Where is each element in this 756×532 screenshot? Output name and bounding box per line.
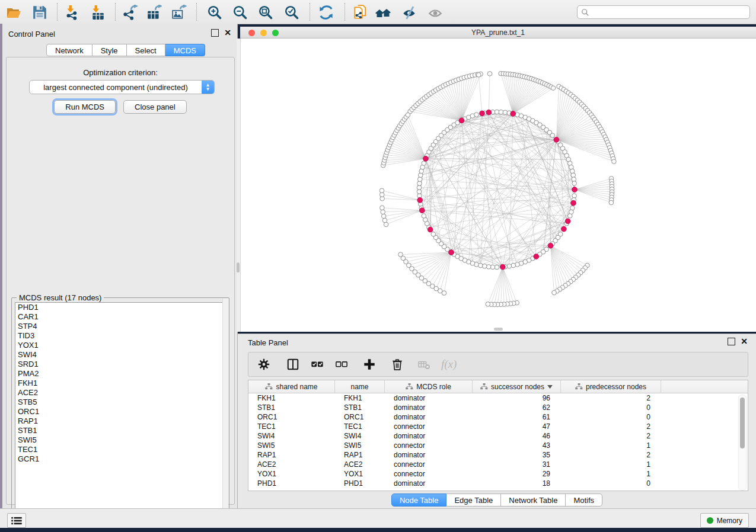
result-node-item[interactable]: TEC1 (15, 445, 224, 454)
result-node-item[interactable]: CAR1 (15, 312, 224, 322)
tab-network[interactable]: Network (46, 44, 92, 56)
mcds-result-group: MCDS result (17 nodes) PHD1CAR1STP4TID3Y… (11, 297, 229, 523)
cell-successor_nodes: 31 (473, 460, 561, 469)
cell-successor_nodes: 29 (473, 470, 561, 478)
close-panel-icon[interactable]: ✕ (224, 30, 231, 36)
table-tab-motifs[interactable]: Motifs (566, 493, 602, 507)
table-row[interactable]: PHD1PHD1dominator180 (248, 479, 748, 488)
table-row[interactable]: STB1STB1dominator620 (248, 403, 748, 412)
hide-panels-eye-button[interactable] (401, 4, 417, 20)
cell-predecessor_nodes: 2 (561, 432, 661, 440)
column-header-predecessor-nodes[interactable]: predecessor nodes (561, 380, 661, 393)
result-node-item[interactable]: STB1 (15, 426, 224, 435)
float-panel-icon[interactable] (211, 29, 219, 37)
optimization-criterion-select[interactable]: largest connected component (undirected)… (29, 80, 215, 94)
cell-mcds_role: connector (385, 470, 473, 478)
table-row[interactable]: RAP1RAP1dominator352 (248, 450, 748, 460)
cell-predecessor_nodes: 1 (561, 441, 661, 450)
result-node-item[interactable]: FKH1 (15, 379, 224, 388)
search-input[interactable] (589, 8, 749, 17)
main-toolbar (0, 0, 756, 24)
network-window-titlebar: YPA_prune.txt_1 (240, 27, 756, 39)
control-panel: Control Panel ✕ NetworkStyleSelectMCDS O… (2, 24, 238, 508)
table-row[interactable]: YOX1YOX1connector291 (248, 469, 748, 479)
table-options-button[interactable] (257, 357, 271, 371)
search-box[interactable] (577, 5, 750, 19)
network-vscrollbar[interactable] (237, 39, 241, 332)
select-all-button[interactable] (310, 357, 324, 371)
export-network-button[interactable] (122, 4, 138, 20)
zoom-out-button[interactable] (232, 4, 248, 20)
cell-shared_name: SWI4 (248, 432, 335, 440)
result-node-item[interactable]: YOX1 (15, 341, 224, 350)
cell-successor_nodes: 47 (473, 422, 561, 431)
run-mcds-button[interactable]: Run MCDS (54, 100, 116, 114)
table-vscrollbar-thumb[interactable] (740, 398, 745, 448)
open-file-button[interactable] (5, 4, 21, 20)
cell-shared_name: TEC1 (248, 422, 335, 431)
network-graph[interactable] (240, 39, 756, 332)
result-node-item[interactable]: STP4 (15, 322, 224, 331)
network-vscrollbar-thumb[interactable] (237, 262, 240, 273)
result-node-item[interactable]: STB5 (15, 398, 224, 407)
result-node-item[interactable]: ACE2 (15, 388, 224, 398)
result-node-item[interactable]: SWI5 (15, 435, 224, 445)
toolbar-separator (115, 3, 116, 21)
table-tab-node-table[interactable]: Node Table (391, 493, 447, 507)
result-node-item[interactable]: RAP1 (15, 416, 224, 426)
result-node-item[interactable]: ORC1 (15, 407, 224, 416)
show-column-button[interactable] (286, 357, 300, 371)
show-all-networks-button[interactable] (375, 4, 391, 20)
delete-column-button[interactable] (390, 357, 404, 371)
table-row[interactable]: SWI4SWI4dominator462 (248, 431, 748, 441)
memory-button[interactable]: Memory (700, 513, 749, 528)
result-list-scrollbar[interactable] (222, 299, 228, 512)
close-table-panel-icon[interactable]: ✕ (741, 338, 748, 345)
save-session-button[interactable] (31, 4, 47, 20)
network-hscrollbar-thumb[interactable] (494, 328, 503, 331)
node-table[interactable]: shared namenameMCDS rolesuccessor nodesp… (248, 380, 748, 491)
table-tab-edge-table[interactable]: Edge Table (446, 493, 501, 507)
column-header-MCDS-role[interactable]: MCDS role (385, 380, 473, 393)
cell-name: RAP1 (335, 451, 385, 459)
tab-mcds[interactable]: MCDS (165, 44, 205, 56)
show-panels-eye-button[interactable] (427, 4, 443, 20)
mcds-result-list[interactable]: PHD1CAR1STP4TID3YOX1SWI4SRD1PMA2FKH1ACE2… (15, 302, 225, 517)
table-tab-network-table[interactable]: Network Table (501, 493, 566, 507)
export-table-button[interactable] (146, 4, 162, 20)
column-header-name[interactable]: name (335, 380, 385, 393)
result-node-item[interactable]: PHD1 (15, 303, 224, 312)
task-history-button[interactable] (7, 513, 26, 528)
table-tab-bar: Node TableEdge TableNetwork TableMotifs (238, 493, 756, 507)
create-column-button[interactable] (362, 357, 377, 371)
tab-style[interactable]: Style (92, 44, 127, 56)
clone-network-button[interactable] (352, 4, 368, 20)
table-row[interactable]: ACE2ACE2connector311 (248, 460, 748, 469)
export-image-button[interactable] (171, 4, 187, 20)
column-header-successor-nodes[interactable]: successor nodes (473, 380, 561, 393)
network-canvas[interactable] (240, 39, 756, 332)
result-node-item[interactable]: SWI4 (15, 350, 224, 360)
control-panel-title: Control Panel (8, 30, 55, 39)
result-node-item[interactable]: SRD1 (15, 360, 224, 369)
table-row[interactable]: TEC1TEC1connector472 (248, 422, 748, 431)
result-node-item[interactable]: TID3 (15, 331, 224, 341)
close-panel-button[interactable]: Close panel (123, 100, 187, 114)
zoom-fit-button[interactable] (257, 4, 273, 20)
table-row[interactable]: ORC1ORC1dominator610 (248, 412, 748, 422)
zoom-selected-button[interactable] (283, 4, 299, 20)
refresh-layout-button[interactable] (318, 4, 334, 20)
result-node-item[interactable]: GCR1 (15, 454, 224, 464)
tab-select[interactable]: Select (127, 44, 165, 56)
import-network-button[interactable] (64, 4, 80, 20)
float-table-panel-icon[interactable] (728, 338, 735, 345)
zoom-in-button[interactable] (206, 4, 222, 20)
table-vscrollbar[interactable] (738, 395, 747, 491)
result-node-item[interactable]: PMA2 (15, 369, 224, 379)
import-table-button[interactable] (90, 4, 106, 20)
table-row[interactable]: SWI5SWI5connector431 (248, 441, 748, 450)
deselect-all-button[interactable] (334, 357, 349, 371)
table-row[interactable]: FKH1FKH1dominator962 (248, 393, 748, 403)
mcds-tab-content: Optimization criterion: largest connecte… (6, 57, 235, 505)
column-header-shared-name[interactable]: shared name (248, 380, 335, 393)
